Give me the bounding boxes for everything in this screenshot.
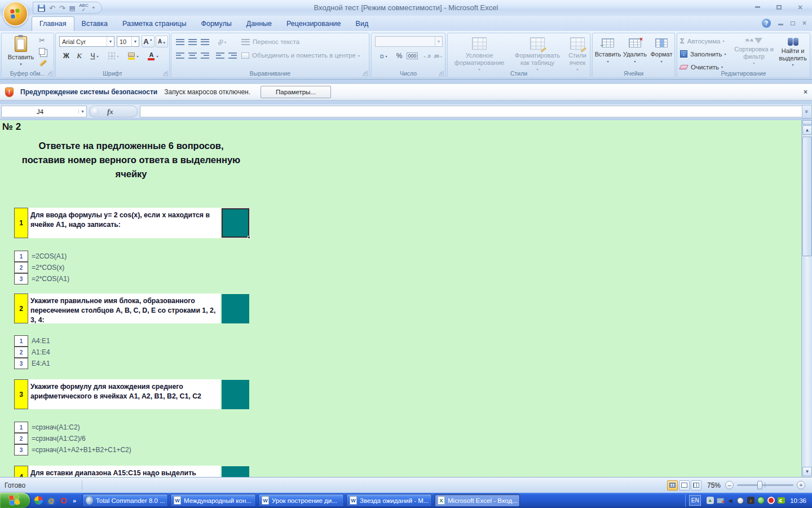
number-dialog-launcher[interactable]: ◿ [438,71,444,76]
delete-cells-button[interactable]: × Удалить ▾ [622,35,648,65]
wrap-text-button[interactable]: Перенос текста [241,36,299,47]
percent-format-button[interactable]: % [394,50,404,62]
cut-icon[interactable]: ✂ [39,37,45,44]
merge-center-button[interactable]: Объединить и поместить в центре ▾ [241,50,360,61]
office-button[interactable] [3,1,28,27]
close-button[interactable]: × [794,3,806,11]
quicklaunch-browser-icon[interactable] [34,496,43,505]
scrollbar-split-handle[interactable] [802,120,812,125]
workbook-minimize-button[interactable] [778,19,783,27]
view-page-layout-button[interactable] [679,480,690,491]
fill-color-icon[interactable]: ▾ [125,50,142,62]
tray-nvidia-icon[interactable] [776,496,785,505]
align-left-icon[interactable] [174,50,186,61]
start-button[interactable] [0,493,30,508]
answer-cell-1-selected[interactable] [222,208,249,238]
paste-button[interactable]: Вставить ▾ [6,35,36,71]
zoom-slider[interactable] [737,484,793,486]
help-icon[interactable]: ? [762,19,771,28]
tab-formulas[interactable]: Формулы [193,17,239,31]
font-size-select[interactable]: 10▼ [117,36,139,47]
tab-home[interactable]: Главная [32,16,74,31]
taskbar-button-excel[interactable]: X Microsoft Excel - Вход... [434,494,520,507]
fill-button[interactable]: ↓ Заполнить ▾ [680,49,726,59]
alignment-dialog-launcher[interactable]: ◿ [362,71,368,76]
customize-qat-icon[interactable]: ▾ [92,6,95,10]
tray-messenger-icon[interactable] [736,496,745,505]
font-dialog-launcher[interactable]: ◿ [162,71,168,76]
zoom-level-label[interactable]: 75% [707,481,721,489]
save-button[interactable] [38,5,45,12]
quicklaunch-mail-icon[interactable]: @ [46,496,56,505]
decrease-font-icon[interactable]: A▼ [156,36,168,47]
format-as-table-button[interactable]: Форматировать как таблицу ▾ [511,35,564,73]
view-page-break-button[interactable] [691,480,701,491]
quicklaunch-more-icon[interactable]: » [71,496,78,505]
insert-cells-button[interactable]: ← Вставить ▾ [594,35,621,65]
worksheet[interactable]: № 2 Ответьте на предложенные 6 вопросов,… [0,120,812,477]
bold-button[interactable]: Ж [60,50,72,62]
italic-button[interactable]: К [73,50,85,62]
expand-formula-bar-icon[interactable]: » [802,105,812,119]
font-name-select[interactable]: Arial Cyr▼ [59,36,114,47]
tab-view[interactable]: Вид [348,17,376,31]
orientation-icon[interactable]: ab▾ [214,36,229,47]
workbook-close-button[interactable]: × [802,19,806,27]
quicklaunch-opera-icon[interactable]: O [59,496,68,505]
answer-cell-4[interactable] [222,466,249,477]
view-normal-button[interactable] [667,480,678,491]
answer-cell-2[interactable] [222,294,249,323]
spelling-icon[interactable]: ABC✓ [79,3,88,12]
answer-cell-3[interactable] [222,380,249,409]
zoom-out-icon[interactable]: – [725,481,734,489]
underline-button[interactable]: Ч▾ [86,50,103,62]
autosum-button[interactable]: Σ Автосумма ▾ [680,36,724,46]
tray-scheduler-icon[interactable] [756,496,765,505]
format-cells-button[interactable]: Формат ▾ [648,35,674,65]
language-indicator[interactable]: EN [689,495,701,506]
align-middle-icon[interactable] [187,36,198,47]
insert-function-button[interactable]: fx [89,106,138,117]
redo-icon[interactable]: ↷ [59,5,65,12]
borders-icon[interactable]: ▾ [105,50,122,62]
align-top-icon[interactable] [174,36,186,47]
vertical-scrollbar[interactable]: ▲ ▼ [801,120,812,477]
tab-data[interactable]: Данные [239,17,279,31]
decrease-decimal-icon[interactable]: ,00→ [433,50,444,62]
scroll-up-icon[interactable]: ▲ [802,125,812,135]
tab-review[interactable]: Рецензирование [279,17,348,31]
align-bottom-icon[interactable] [199,36,210,47]
currency-format-icon[interactable]: ¤▾ [375,50,392,62]
minimize-button[interactable] [751,3,764,11]
tab-page-layout[interactable]: Разметка страницы [115,17,193,31]
zoom-slider-thumb[interactable] [757,481,762,489]
align-center-icon[interactable] [187,50,198,61]
tray-media-icon[interactable]: ♪ [746,496,755,505]
format-painter-icon[interactable] [39,59,47,66]
cell-styles-button[interactable]: Стили ячеек ▾ [565,35,590,73]
font-color-icon[interactable]: A ▾ [144,50,162,62]
align-right-icon[interactable] [199,50,210,61]
increase-decimal-icon[interactable]: ←,0 [421,50,433,62]
zoom-in-icon[interactable]: + [797,481,805,489]
copy-icon[interactable] [39,48,45,55]
undo-icon[interactable]: ↶ [49,5,55,12]
taskbar-button-total-commander[interactable]: Total Commander 8.0 ... [82,494,168,507]
scroll-down-icon[interactable]: ▼ [802,467,812,476]
tray-update-icon[interactable]: ▲ [705,496,714,505]
taskbar-button-word-doc-2[interactable]: W Урок построение ди... [258,494,344,507]
restore-button[interactable] [773,3,785,11]
number-format-select[interactable]: ▼ [375,36,443,47]
formula-input[interactable] [140,106,802,117]
clipboard-dialog-launcher[interactable]: ◿ [47,71,52,76]
sort-filter-button[interactable]: Я·А Сортировка и фильтр ▾ [734,35,774,67]
tray-network-icon[interactable]: × [716,496,725,505]
security-close-icon[interactable]: × [804,88,807,96]
name-box-dropdown-icon[interactable]: ▼ [78,110,86,113]
tray-opera-icon[interactable] [766,496,775,505]
comma-format-button[interactable]: 000 [405,50,419,62]
increase-indent-icon[interactable] [227,50,238,61]
scrollbar-thumb[interactable] [802,137,812,256]
conditional-formatting-button[interactable]: Условное форматирование ▾ [450,35,509,73]
workbook-restore-button[interactable] [791,19,795,27]
